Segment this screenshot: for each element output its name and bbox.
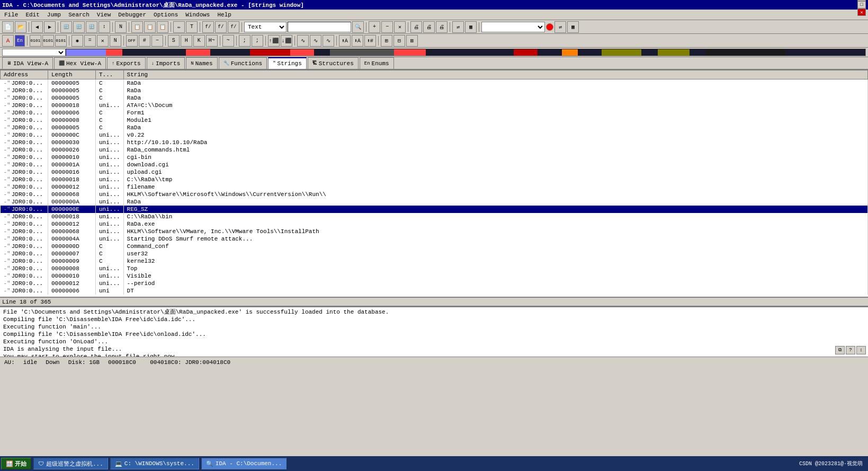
taskbar-item-3[interactable]: 🔍 IDA - C:\Documen... bbox=[201, 458, 287, 469]
tb-f1-btn[interactable]: f/ bbox=[202, 21, 214, 33]
tb-btn-8[interactable]: 📋 bbox=[131, 21, 143, 33]
tb-r2-x[interactable]: ✕ bbox=[97, 35, 109, 47]
tb-r2-3[interactable]: 0101 bbox=[55, 35, 67, 47]
menu-windows[interactable]: Windows bbox=[182, 11, 213, 19]
tab-names[interactable]: N Names bbox=[186, 57, 217, 69]
menu-debugger[interactable]: Debugger bbox=[115, 11, 149, 19]
table-row[interactable]: -"JDR0:0...00000006uniDT bbox=[1, 287, 868, 295]
menu-file[interactable]: File bbox=[1, 11, 21, 19]
tab-structures[interactable]: 🏗 Structures bbox=[308, 57, 359, 69]
tb-colorpick-btn[interactable] bbox=[546, 23, 553, 31]
menu-search[interactable]: Search bbox=[65, 11, 93, 19]
table-row[interactable]: -"JDR0:0...0000000Cuni...v0.22 bbox=[1, 131, 868, 139]
tb-r2-wave3[interactable]: ∿ bbox=[323, 35, 334, 47]
table-row[interactable]: -"JDR0:0...00000005CRaDa bbox=[1, 87, 868, 94]
minimap-container[interactable] bbox=[66, 49, 866, 56]
start-button[interactable]: 🪟 开始 bbox=[1, 458, 31, 469]
tab-ida-view-a[interactable]: 🖥 IDA View-A bbox=[2, 57, 53, 69]
tb-r2-H[interactable]: H bbox=[181, 35, 192, 47]
table-row[interactable]: -"JDR0:0...00000018uni...C:\\RaDa\\tmp bbox=[1, 176, 868, 183]
tb-r2-extra3[interactable]: ⊠ bbox=[406, 35, 418, 47]
out-scroll-btn[interactable]: ↕ bbox=[856, 346, 866, 354]
tb-r2-arr1[interactable]: ↑⬛ bbox=[268, 35, 280, 47]
tb-r2-tilde[interactable]: ~ bbox=[222, 35, 234, 47]
table-row[interactable]: -"JDR0:0...00000006CForm1 bbox=[1, 109, 868, 117]
tb-f3-btn[interactable]: f/ bbox=[228, 21, 239, 33]
tab-strings[interactable]: " Strings bbox=[268, 57, 307, 69]
tb-r2-sc1[interactable]: ; bbox=[239, 35, 250, 47]
table-row[interactable]: -"JDR0:0...00000068uni...HKLM\\Software\… bbox=[1, 228, 868, 235]
tb-r2-eq[interactable]: = bbox=[84, 35, 96, 47]
tb-r2-sc2[interactable]: ; bbox=[252, 35, 263, 47]
second-search-select[interactable] bbox=[481, 22, 545, 32]
table-row[interactable]: -"JDR0:0...00000012uni...filename bbox=[1, 183, 868, 191]
tb-print2-btn[interactable]: 🖨 bbox=[423, 21, 435, 33]
tb-r2-sort2[interactable]: ⬇A bbox=[352, 35, 363, 47]
tb-r2-1[interactable]: 0101 bbox=[30, 35, 41, 47]
table-row[interactable]: -"JDR0:0...00000068uni...HKLM\\Software\… bbox=[1, 191, 868, 198]
tb-search-go-btn[interactable]: 🔍 bbox=[352, 21, 364, 33]
tb-x-btn[interactable]: ✕ bbox=[394, 21, 406, 33]
table-row[interactable]: -"JDR0:0...00000018uni...ATA=C:\\Docum bbox=[1, 102, 868, 109]
tb-btn-6[interactable]: ↕ bbox=[99, 21, 110, 33]
tb-r2-2[interactable]: 0101 bbox=[42, 35, 54, 47]
table-row[interactable]: -"JDR0:0...00000005CRaDa bbox=[1, 94, 868, 102]
tb-r2-N[interactable]: N bbox=[110, 35, 121, 47]
tb-back-btn[interactable]: ◀ bbox=[31, 21, 43, 33]
taskbar-item-1[interactable]: 🛡 超级巡警之虚拟机... bbox=[33, 458, 108, 469]
tb-btn-5[interactable]: 🔡 bbox=[86, 21, 97, 33]
tb-arrows2-btn[interactable]: ⇌ bbox=[554, 21, 566, 33]
tb-btn-7[interactable]: N bbox=[115, 21, 127, 33]
table-row[interactable]: -"JDR0:0...00000005CRaDa bbox=[1, 124, 868, 131]
table-row[interactable]: -"JDR0:0...00000018uni...C:\\RaDa\\bin bbox=[1, 213, 868, 220]
tb-en-btn[interactable]: En bbox=[15, 35, 25, 47]
out-copy-btn[interactable]: ⧉ bbox=[835, 346, 845, 354]
tb-open-btn[interactable]: 📂 bbox=[15, 21, 26, 33]
tb-print3-btn[interactable]: 🖨 bbox=[436, 21, 448, 33]
table-row[interactable]: -"JDR0:0...00000008uni...Top bbox=[1, 265, 868, 272]
table-row[interactable]: -"JDR0:0...00000009Ckernel32 bbox=[1, 257, 868, 265]
maximize-button[interactable]: □ bbox=[857, 1, 866, 8]
table-row[interactable]: -"JDR0:0...00000008CModule1 bbox=[1, 117, 868, 124]
tb-arrows-btn[interactable]: ⇌ bbox=[452, 21, 464, 33]
menu-jump[interactable]: Jump bbox=[44, 11, 64, 19]
tb-r2-sort3[interactable]: ⬆# bbox=[364, 35, 376, 47]
table-row[interactable]: -"JDR0:0...00000005CRaDa bbox=[1, 79, 868, 87]
tb-r2-extra2[interactable]: ⊟ bbox=[393, 35, 405, 47]
tb-grid-btn[interactable]: ▦ bbox=[465, 21, 477, 33]
menu-view[interactable]: View bbox=[94, 11, 114, 19]
tb-pencil-btn[interactable]: ✏ bbox=[173, 21, 185, 33]
close-button[interactable]: ✕ bbox=[857, 8, 866, 16]
taskbar-item-2[interactable]: 💻 C: \WINDOWS\syste... bbox=[110, 458, 199, 469]
tb-print-btn[interactable]: 🖨 bbox=[410, 21, 422, 33]
tb-A-btn[interactable]: A bbox=[2, 35, 14, 47]
table-row[interactable]: -"JDR0:0...00000012uni...RaDa.exe bbox=[1, 220, 868, 228]
search-input[interactable] bbox=[288, 22, 351, 32]
table-row[interactable]: -"JDR0:0...00000030uni...http://10.10.10… bbox=[1, 139, 868, 146]
tb-r2-hash[interactable]: # bbox=[139, 35, 150, 47]
tb-r2-star[interactable]: ✱ bbox=[71, 35, 83, 47]
tb-btn-3[interactable]: 🔡 bbox=[60, 21, 72, 33]
menu-options[interactable]: Options bbox=[150, 11, 181, 19]
tb-forward-btn[interactable]: ▶ bbox=[44, 21, 56, 33]
tb-r2-arr2[interactable]: ↓⬛ bbox=[281, 35, 292, 47]
tb-new-btn[interactable]: 📄 bbox=[2, 21, 14, 33]
tb-r2-sort1[interactable]: ⬆A bbox=[339, 35, 351, 47]
table-row[interactable]: -"JDR0:0...00000010uni...cgi-bin bbox=[1, 154, 868, 161]
tab-hex-view-a[interactable]: ⬛ Hex View-A bbox=[54, 57, 106, 69]
menu-help[interactable]: Help bbox=[214, 11, 234, 19]
tb-btn-10[interactable]: 📋 bbox=[157, 21, 168, 33]
tab-exports[interactable]: ↑ Exports bbox=[107, 57, 146, 69]
tb-grid2-btn[interactable]: ▦ bbox=[567, 21, 579, 33]
tb-r2-extra1[interactable]: ⊞ bbox=[381, 35, 392, 47]
output-area[interactable]: File 'C:\Documents and Settings\Administ… bbox=[0, 306, 868, 357]
tb-r2-minus[interactable]: − bbox=[151, 35, 163, 47]
tb-plus-btn[interactable]: + bbox=[369, 21, 380, 33]
tb-btn-4[interactable]: 🔡 bbox=[73, 21, 85, 33]
tb-r2-slash[interactable]: H~ bbox=[206, 35, 218, 47]
tab-enums[interactable]: En Enums bbox=[360, 57, 394, 69]
table-row[interactable]: -"JDR0:0...00000010uni...Visible bbox=[1, 272, 868, 280]
tb-btn-9[interactable]: 📋 bbox=[144, 21, 156, 33]
out-clear-btn[interactable]: ? bbox=[846, 346, 855, 354]
table-row[interactable]: -"JDR0:0...0000001Auni...download.cgi bbox=[1, 161, 868, 168]
